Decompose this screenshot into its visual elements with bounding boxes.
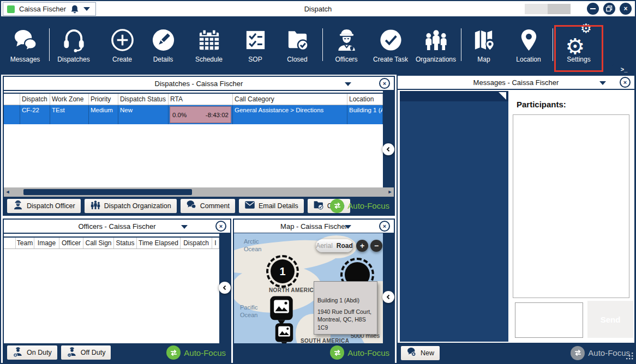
messages-collapse-caret-icon[interactable] [599, 81, 606, 85]
dispatches-close-button[interactable]: × [379, 78, 390, 89]
column-header-call-category[interactable]: Call Category [233, 94, 347, 105]
aerial-view-button[interactable]: Aerial [316, 242, 333, 250]
column-header-officer[interactable]: Officer [59, 238, 83, 248]
column-header-dispatch-status[interactable]: Dispatch Status [118, 94, 169, 105]
toolbar-item-dispatches[interactable]: Dispatches [50, 27, 97, 73]
button-label: Email Details [259, 202, 298, 210]
column-header-location[interactable]: Location [347, 94, 383, 105]
message-input[interactable] [515, 302, 583, 338]
dispatch-officer-button[interactable]: Dispatch Officer [7, 198, 81, 214]
column-header[interactable] [4, 238, 16, 248]
officers-collapse-chevron-icon[interactable] [219, 282, 231, 294]
scrollbar-thumb[interactable] [23, 189, 192, 195]
calendar-icon [196, 27, 222, 53]
participants-list[interactable] [513, 114, 629, 298]
toolbar-item-create-task[interactable]: Create Task [367, 27, 414, 73]
column-header-time-elapsed[interactable]: Time Elapsed [137, 238, 181, 248]
road-view-button[interactable]: Road [337, 242, 353, 250]
column-header-priority[interactable]: Priority [89, 94, 118, 105]
notifications-bell-icon[interactable] [70, 4, 79, 14]
officers-close-button[interactable]: × [215, 221, 226, 232]
restore-button[interactable] [603, 3, 615, 15]
map-icon [471, 27, 497, 53]
officers-autofocus-toggle[interactable]: Auto-Focus [166, 345, 226, 360]
column-header-status[interactable]: Status [114, 238, 137, 248]
south-america-label: SOUTH AMERICA [301, 338, 349, 343]
autofocus-label: Auto-Focus [184, 348, 226, 357]
column-header-dispatch[interactable]: Dispatch [20, 94, 50, 105]
redacted-area [525, 4, 548, 14]
toolbar-label: Messages [10, 56, 40, 63]
toolbar-item-settings[interactable]: ⚙⚙ Settings [555, 27, 602, 73]
off-duty-button[interactable]: Off Duty [61, 345, 112, 360]
column-header-call-sign[interactable]: Call Sign [83, 238, 114, 248]
tooltip-title: Building 1 (Abdi) [317, 296, 374, 304]
toolbar-item-messages[interactable]: Messages [2, 27, 49, 73]
messages-close-button[interactable]: × [620, 77, 631, 88]
user-dropdown-caret-icon[interactable] [83, 7, 90, 11]
conversation-list[interactable] [400, 91, 508, 342]
map-canvas[interactable]: Arctic Ocean Pacific Ocean NORTH AMERICA… [234, 233, 383, 343]
map-close-button[interactable]: × [379, 221, 390, 232]
column-header-truncated[interactable]: I [212, 238, 219, 248]
dispatches-horizontal-scrollbar[interactable]: ◄ ► [4, 187, 394, 197]
dispatches-action-bar: Dispatch Officer Dispatch Organization C… [4, 197, 394, 215]
officers-panel: Officers - Caissa Fischer × Team Image O… [3, 219, 231, 363]
on-duty-button[interactable]: On Duty [7, 345, 58, 360]
column-header[interactable] [4, 94, 20, 105]
column-header-rta[interactable]: RTA [169, 94, 233, 105]
plus-circle-icon [110, 27, 135, 53]
close-button[interactable]: × [620, 3, 632, 15]
person-minus-icon [67, 347, 77, 359]
zoom-out-button[interactable]: − [370, 240, 382, 252]
scroll-left-arrow-icon[interactable]: ◄ [4, 187, 11, 197]
column-header-work-zone[interactable]: Work Zone [50, 94, 89, 105]
rta-time: -8:43:02 [206, 112, 229, 118]
map-cluster-marker[interactable]: 1 [271, 259, 295, 283]
comment-button[interactable]: Comment [180, 198, 236, 214]
sort-triangle-icon[interactable] [499, 92, 506, 102]
rta-progress: 0.0% -8:43:02 [170, 106, 231, 123]
toolbar-label: SOP [248, 56, 262, 63]
resize-grip[interactable] [626, 352, 633, 362]
conversation-list-header [400, 91, 508, 101]
dispatches-collapse-chevron-icon[interactable] [382, 143, 394, 155]
toolbar-item-schedule[interactable]: Schedule [185, 27, 232, 73]
toolbar-item-sop[interactable]: SOP [232, 27, 279, 73]
zoom-in-button[interactable]: + [356, 240, 368, 252]
toolbar-label: Schedule [195, 56, 223, 63]
dispatches-table: Dispatch Work Zone Priority Dispatch Sta… [4, 93, 383, 124]
column-header-team[interactable]: Team [16, 238, 34, 248]
gears-icon: ⚙⚙ [566, 27, 592, 53]
north-america-label: NORTH AMERICA [269, 287, 318, 293]
new-message-button[interactable]: New [400, 345, 440, 361]
toolbar-item-details[interactable]: Details [140, 27, 187, 73]
cluster-count: 1 [279, 265, 285, 278]
scroll-right-arrow-icon[interactable]: ► [386, 187, 394, 197]
button-label: Off Duty [81, 349, 106, 356]
toolbar-item-location[interactable]: Location [505, 27, 552, 73]
messages-autofocus-toggle[interactable]: Auto-Focus [571, 346, 630, 360]
toolbar-item-closed[interactable]: Closed [274, 27, 321, 73]
dispatch-table-row[interactable]: CF-22 TEst Medium New 0.0% -8:43:02 Gene… [4, 105, 383, 124]
map-autofocus-toggle[interactable]: Auto-Focus [330, 345, 389, 360]
map-collapse-chevron-icon[interactable] [382, 291, 394, 303]
toolbar-item-create[interactable]: Create [99, 27, 146, 73]
officers-collapse-caret-icon[interactable] [181, 225, 188, 229]
dispatch-organization-button[interactable]: Dispatch Organization [84, 198, 177, 214]
button-label: Comment [200, 202, 230, 210]
toolbar-item-map[interactable]: Map [460, 27, 507, 73]
send-button[interactable]: Send [587, 301, 633, 338]
dispatches-autofocus-toggle[interactable]: Auto-Focus [330, 199, 389, 213]
user-selector[interactable]: Caissa Fischer [3, 2, 96, 16]
email-details-button[interactable]: Email Details [238, 198, 304, 214]
column-header-image[interactable]: Image [34, 238, 59, 248]
toolbar-item-organizations[interactable]: Organizations [412, 27, 459, 73]
minimize-button[interactable] [587, 3, 599, 15]
map-collapse-caret-icon[interactable] [345, 225, 351, 229]
photo-map-marker[interactable] [274, 322, 294, 343]
console-tab[interactable]: >_ [612, 64, 636, 75]
column-header-dispatch[interactable]: Dispatch [181, 238, 212, 248]
dispatches-collapse-caret-icon[interactable] [345, 82, 351, 86]
toolbar-item-officers[interactable]: Officers [323, 27, 370, 73]
